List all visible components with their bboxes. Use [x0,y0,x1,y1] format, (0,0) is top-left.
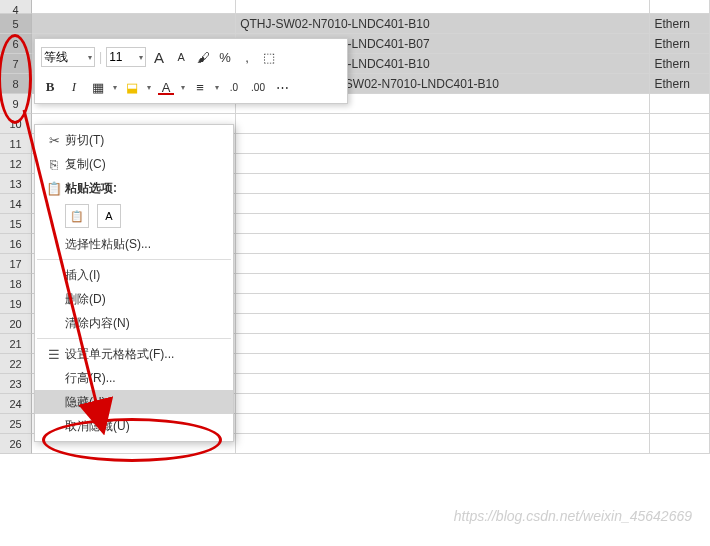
format-painter-icon[interactable]: 🖌 [194,48,212,66]
cell[interactable] [236,274,650,294]
chevron-down-icon[interactable]: ▾ [147,83,151,92]
cell[interactable] [650,334,710,354]
bold-button[interactable]: B [41,78,59,96]
cell[interactable] [650,114,710,134]
menu-unhide[interactable]: 取消隐藏(U) [35,414,233,438]
row-header[interactable]: 7 [0,54,32,74]
row-header[interactable]: 17 [0,254,32,274]
paste-option-default[interactable]: 📋 [65,204,89,228]
cell[interactable]: Ethern [650,14,710,34]
row-header[interactable]: 18 [0,274,32,294]
row-header[interactable]: 11 [0,134,32,154]
menu-format-cells[interactable]: ☰ 设置单元格格式(F)... [35,342,233,366]
percent-icon[interactable]: % [216,48,234,66]
chevron-down-icon[interactable]: ▾ [181,83,185,92]
chevron-down-icon[interactable]: ▾ [215,83,219,92]
cell[interactable] [236,314,650,334]
row-header[interactable]: 24 [0,394,32,414]
cell[interactable] [650,394,710,414]
cell[interactable] [650,234,710,254]
cell[interactable] [236,394,650,414]
menu-copy[interactable]: ⎘ 复制(C) [35,152,233,176]
cell[interactable] [236,354,650,374]
font-select[interactable]: 等线▾ [41,47,95,67]
cell[interactable] [650,414,710,434]
row-header[interactable]: 21 [0,334,32,354]
cell[interactable]: Ethern [650,34,710,54]
menu-hide[interactable]: 隐藏(H) [35,390,233,414]
more-icon[interactable]: ⋯ [273,78,291,96]
row-header[interactable]: 4 [0,0,32,14]
row-header[interactable]: 12 [0,154,32,174]
cell[interactable]: Ethern [650,54,710,74]
row-header[interactable]: 13 [0,174,32,194]
increase-decimal-icon[interactable]: .00 [249,78,267,96]
cell[interactable] [236,134,650,154]
row-header[interactable]: 25 [0,414,32,434]
row-header[interactable]: 10 [0,114,32,134]
cell[interactable] [236,114,650,134]
menu-cut[interactable]: ✂ 剪切(T) [35,128,233,152]
cell[interactable] [236,234,650,254]
row-header[interactable]: 16 [0,234,32,254]
cell[interactable] [650,0,710,14]
cell[interactable] [650,294,710,314]
cell[interactable] [650,174,710,194]
cell[interactable] [650,94,710,114]
font-color-button[interactable]: A [157,78,175,96]
fill-color-button[interactable]: ⬓ [123,78,141,96]
conditional-format-icon[interactable]: ⬚ [260,48,278,66]
cell[interactable] [236,0,650,14]
cell[interactable] [236,374,650,394]
cell[interactable] [236,334,650,354]
menu-paste-special[interactable]: 选择性粘贴(S)... [35,232,233,256]
cell[interactable] [650,214,710,234]
cell[interactable] [236,174,650,194]
cell[interactable] [650,134,710,154]
cell[interactable] [32,14,236,34]
cell[interactable] [650,154,710,174]
chevron-down-icon[interactable]: ▾ [113,83,117,92]
row-header[interactable]: 8 [0,74,32,94]
menu-insert[interactable]: 插入(I) [35,263,233,287]
cell[interactable] [236,154,650,174]
row-header[interactable]: 9 [0,94,32,114]
row-header[interactable]: 15 [0,214,32,234]
row-header[interactable]: 6 [0,34,32,54]
cell[interactable] [650,434,710,454]
cell[interactable] [32,0,236,14]
cell[interactable] [650,374,710,394]
cell[interactable] [236,294,650,314]
increase-font-icon[interactable]: A [150,48,168,66]
comma-style-icon[interactable]: , [238,48,256,66]
cell[interactable] [650,254,710,274]
cell[interactable]: QTHJ-SW02-N7010-LNDC401-B10 [236,14,650,34]
row-header[interactable]: 14 [0,194,32,214]
italic-button[interactable]: I [65,78,83,96]
menu-row-height[interactable]: 行高(R)... [35,366,233,390]
row-header[interactable]: 20 [0,314,32,334]
row-header[interactable]: 22 [0,354,32,374]
row-header[interactable]: 26 [0,434,32,454]
menu-delete[interactable]: 删除(D) [35,287,233,311]
cell[interactable] [236,214,650,234]
align-button[interactable]: ≡ [191,78,209,96]
border-button[interactable]: ▦ [89,78,107,96]
font-size-select[interactable]: 11▾ [106,47,146,67]
cell[interactable] [650,354,710,374]
cell[interactable] [236,414,650,434]
cell[interactable] [650,314,710,334]
menu-clear-contents[interactable]: 清除内容(N) [35,311,233,335]
row-header[interactable]: 23 [0,374,32,394]
decrease-decimal-icon[interactable]: .0 [225,78,243,96]
decrease-font-icon[interactable]: A [172,48,190,66]
cell[interactable] [236,434,650,454]
cell[interactable] [650,274,710,294]
row-header[interactable]: 5 [0,14,32,34]
cell[interactable] [650,194,710,214]
cell[interactable] [236,194,650,214]
paste-option-values[interactable]: A [97,204,121,228]
cell[interactable] [236,254,650,274]
cell[interactable]: Ethern [650,74,710,94]
row-header[interactable]: 19 [0,294,32,314]
